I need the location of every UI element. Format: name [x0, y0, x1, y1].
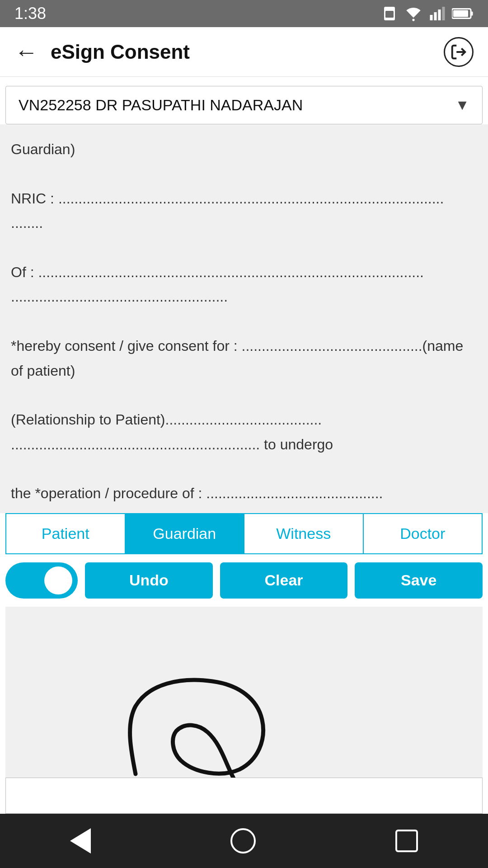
svg-rect-5	[438, 9, 441, 20]
logout-button[interactable]	[444, 37, 474, 67]
page-title: eSign Consent	[51, 41, 444, 63]
undo-button[interactable]: Undo	[85, 562, 213, 599]
save-button[interactable]: Save	[355, 562, 483, 599]
consent-text-block: Guardian) NRIC : .......................…	[11, 137, 477, 506]
svg-rect-6	[442, 7, 445, 20]
sim-icon	[381, 5, 398, 22]
wifi-icon	[404, 5, 423, 22]
consent-content: Guardian) NRIC : .......................…	[0, 124, 488, 513]
nav-bar	[0, 814, 488, 868]
tab-doctor[interactable]: Doctor	[364, 514, 482, 553]
status-bar: 1:38	[0, 0, 488, 27]
signal-icon	[429, 5, 446, 22]
consent-line-5: ........................................…	[11, 284, 477, 309]
consent-line-2: NRIC : .................................…	[11, 186, 477, 211]
nav-recents-button[interactable]	[395, 830, 418, 852]
battery-icon	[452, 7, 474, 20]
consent-line-4: Of : ...................................…	[11, 260, 477, 284]
status-time: 1:38	[14, 4, 46, 23]
signature-tabs: Patient Guardian Witness Doctor	[5, 513, 483, 554]
home-circle-icon	[230, 828, 256, 854]
consent-line-7: (Relationship to Patient)...............…	[11, 407, 477, 457]
consent-line-3: ........	[11, 211, 477, 235]
consent-line-1: Guardian)	[11, 137, 477, 161]
tab-guardian[interactable]: Guardian	[126, 514, 245, 553]
svg-rect-8	[471, 12, 473, 16]
signature-controls: Undo Clear Save	[0, 554, 488, 607]
svg-rect-4	[434, 12, 437, 20]
status-icons	[381, 5, 474, 22]
back-button[interactable]: ←	[14, 38, 38, 66]
nav-home-button[interactable]	[230, 828, 256, 854]
clear-button[interactable]: Clear	[220, 562, 348, 599]
toggle-knob	[44, 566, 72, 594]
nav-back-button[interactable]	[70, 828, 91, 854]
recents-square-icon	[395, 830, 418, 852]
consent-line-6: *hereby consent / give consent for : ...…	[11, 334, 477, 383]
tab-patient[interactable]: Patient	[6, 514, 126, 553]
consent-line-8: the *operation / procedure of : ........…	[11, 481, 477, 505]
dropdown-arrow-icon: ▼	[455, 97, 469, 113]
svg-rect-3	[430, 15, 433, 20]
svg-point-2	[412, 19, 414, 21]
doctor-name: VN252258 DR PASUPATHI NADARAJAN	[19, 96, 303, 114]
svg-rect-9	[453, 10, 468, 17]
back-triangle-icon	[70, 828, 91, 854]
bottom-input[interactable]	[5, 778, 483, 814]
tab-witness[interactable]: Witness	[244, 514, 364, 553]
doctor-selector[interactable]: VN252258 DR PASUPATHI NADARAJAN ▼	[5, 86, 483, 124]
logout-icon	[450, 43, 467, 61]
app-bar: ← eSign Consent	[0, 27, 488, 77]
toggle-button[interactable]	[5, 562, 78, 599]
svg-rect-1	[385, 11, 394, 18]
